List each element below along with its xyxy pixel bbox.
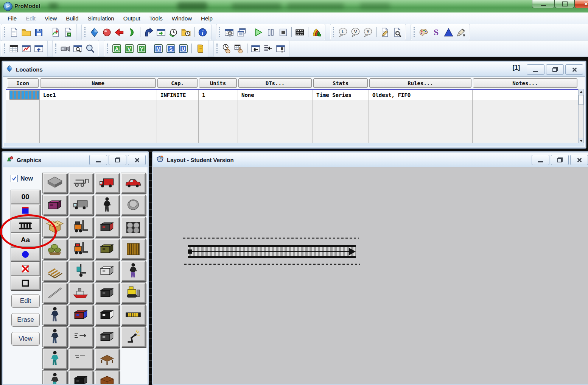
blue-arrow-processing-icon[interactable]	[142, 26, 155, 39]
yellow-dozer-icon[interactable]	[121, 282, 146, 303]
cell-icon[interactable]	[6, 90, 39, 100]
video-camera-icon[interactable]	[59, 42, 72, 55]
blue-diamond-locations-icon[interactable]	[88, 26, 101, 39]
layout-canvas[interactable]	[153, 167, 588, 384]
letter-m-button[interactable]: M	[152, 42, 165, 55]
purple-s-icon[interactable]: S	[430, 26, 442, 39]
graphics-close-button[interactable]	[128, 155, 146, 165]
cell-stats[interactable]: Time Series	[313, 90, 369, 100]
region-tool[interactable]	[11, 276, 40, 290]
standing-worker-icon[interactable]	[42, 304, 67, 325]
window-zigzag-icon[interactable]	[20, 42, 33, 55]
column-header-name[interactable]: Name	[40, 78, 156, 88]
new-checkbox[interactable]	[11, 175, 18, 182]
grid-hand-icon[interactable]	[233, 42, 245, 55]
graphics-maximize-button[interactable]	[109, 155, 126, 165]
open-model-icon[interactable]	[20, 26, 33, 39]
play-icon[interactable]	[252, 26, 264, 39]
menu-view[interactable]: View	[40, 13, 61, 23]
menu-help[interactable]: Help	[196, 13, 217, 23]
gray-slab-icon[interactable]	[42, 173, 67, 193]
cardboard-box-icon[interactable]	[42, 217, 67, 237]
pen-icon[interactable]	[455, 26, 467, 39]
balloon-l-icon[interactable]: L	[337, 26, 349, 39]
teal-woman-icon[interactable]	[42, 348, 67, 369]
drum-pallet-icon[interactable]	[121, 217, 146, 237]
info-icon[interactable]: i	[196, 26, 209, 39]
column-header-cap[interactable]: Cap.	[157, 78, 198, 88]
find-document-icon[interactable]	[391, 26, 403, 39]
walking-worker-icon[interactable]	[121, 260, 146, 281]
gauge-machine-icon[interactable]	[95, 217, 120, 237]
toolbar-grip[interactable]	[333, 27, 334, 37]
crouching-worker-icon[interactable]	[42, 370, 67, 385]
text-tool[interactable]: Aa	[11, 233, 40, 247]
view-button[interactable]: View	[11, 332, 40, 346]
black-machine-icon[interactable]	[68, 370, 93, 385]
blue-triangle-icon[interactable]	[442, 26, 455, 39]
flatbed-trailer-icon[interactable]	[68, 173, 93, 193]
main-minimize-button[interactable]	[532, 0, 555, 8]
main-maximize-button[interactable]	[555, 0, 574, 8]
drill-press-icon[interactable]	[95, 304, 120, 325]
color-chart-icon[interactable]	[310, 26, 323, 39]
menu-output[interactable]: Output	[119, 13, 145, 23]
welding-robot-icon[interactable]	[121, 326, 146, 347]
cell-cap[interactable]: INFINITE	[157, 90, 198, 100]
merge-model-icon[interactable]	[49, 26, 62, 39]
new-model-icon[interactable]	[8, 26, 20, 39]
scroll-thumb[interactable]	[579, 95, 583, 105]
window-gear-icon[interactable]	[223, 26, 235, 39]
toolbar-grip[interactable]	[219, 27, 220, 37]
locations-close-button[interactable]	[565, 64, 583, 75]
toolbar-grip[interactable]	[4, 27, 5, 37]
locations-minimize-button[interactable]	[527, 64, 544, 75]
red-arrow-path-networks-icon[interactable]	[113, 26, 126, 39]
scroll-up-arrow[interactable]	[579, 89, 583, 95]
menu-simulation[interactable]: Simulation	[83, 13, 119, 23]
text-marks-icon[interactable]	[68, 348, 93, 369]
window-magnifier-icon[interactable]	[72, 42, 84, 55]
saw-station-icon[interactable]	[95, 326, 120, 347]
layout-restore-button[interactable]	[551, 155, 569, 165]
paint-machine-icon[interactable]	[68, 304, 93, 325]
red-ball-entities-icon[interactable]	[101, 26, 113, 39]
orange-forklift-icon[interactable]	[68, 217, 93, 237]
gauge-tool[interactable]	[11, 204, 40, 218]
window-back-arrow-icon[interactable]	[249, 42, 262, 55]
metal-rod-icon[interactable]	[42, 282, 67, 303]
letter-s-button[interactable]: S	[165, 42, 177, 55]
counter-tool[interactable]: 00	[11, 190, 40, 204]
yellow-book-icon[interactable]	[194, 42, 206, 55]
main-close-button[interactable]: ✕	[574, 0, 588, 8]
purple-machine-icon[interactable]	[42, 195, 67, 215]
red-truck-icon[interactable]	[95, 173, 120, 193]
window-arrow-arrivals-icon[interactable]	[155, 26, 167, 39]
work-bench-icon[interactable]	[95, 348, 120, 369]
menu-window[interactable]: Window	[167, 13, 196, 23]
scroll-down-arrow[interactable]	[579, 138, 583, 143]
layout-close-button[interactable]	[570, 155, 588, 165]
letter-y-button[interactable]: Y	[135, 42, 148, 55]
stop-icon[interactable]	[277, 26, 289, 39]
column-header-notes[interactable]: Notes...	[473, 78, 577, 88]
cell-rules[interactable]: Oldest, FIFO	[369, 90, 472, 100]
column-header-dts[interactable]: DTs...	[238, 78, 312, 88]
conveyor-tool[interactable]	[11, 218, 40, 233]
cell-notes[interactable]	[472, 90, 578, 100]
loaded-forklift-icon[interactable]	[68, 238, 93, 259]
graphics-minimize-button[interactable]	[89, 155, 107, 165]
letter-u-button[interactable]: U	[177, 42, 190, 55]
hand-truck-icon[interactable]	[68, 260, 93, 281]
conveyor-graphic[interactable]	[180, 234, 370, 269]
toolbar-grip[interactable]	[55, 44, 56, 53]
column-header-rules[interactable]: Rules...	[369, 78, 471, 88]
conveyor-segment-icon[interactable]	[121, 304, 146, 325]
list-back-arrow-icon[interactable]	[262, 42, 274, 55]
red-car-icon[interactable]	[121, 173, 146, 193]
new-checkbox-row[interactable]: New	[11, 175, 33, 182]
worker-blue-icon[interactable]	[42, 326, 67, 347]
pause-icon[interactable]	[264, 26, 277, 39]
balloon-v-icon[interactable]: V	[349, 26, 362, 39]
package-model-icon[interactable]	[62, 26, 74, 39]
